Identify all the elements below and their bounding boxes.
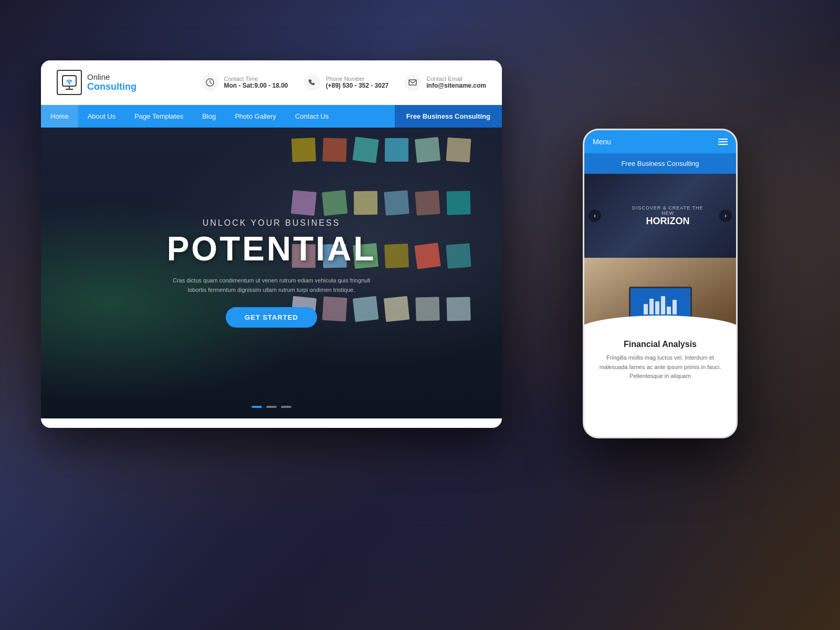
sticky-note	[352, 136, 379, 163]
chevron-right-icon: ›	[724, 212, 727, 219]
hamburger-icon[interactable]	[718, 139, 728, 145]
phone-text: Phone Number (+89) 530 - 352 - 3027	[326, 76, 389, 89]
mobile-menu-label: Menu	[593, 138, 611, 146]
contact-time-value: Mon - Sat:9.00 - 18.00	[224, 82, 288, 89]
sticky-note	[415, 297, 439, 321]
mobile-card: Financial Analysis Fringilla mollis mag …	[584, 258, 736, 390]
nav-contact[interactable]: Contact Us	[286, 105, 338, 128]
sticky-note	[447, 191, 471, 215]
mobile-slider: ‹ › DISCOVER & CREATE THE NEW HORIZON	[584, 174, 736, 258]
phone-item: Phone Number (+89) 530 - 352 - 3027	[304, 74, 389, 91]
sticky-note	[322, 190, 348, 216]
hero-dots	[251, 406, 291, 408]
phone-value: (+89) 530 - 352 - 3027	[326, 82, 389, 89]
contact-time-item: Contact Time Mon - Sat:9.00 - 18.00	[202, 74, 288, 91]
sticky-note	[291, 138, 316, 162]
slide-prev-arrow[interactable]: ‹	[589, 209, 601, 222]
phone-label: Phone Number	[326, 76, 389, 82]
chart-bar-1	[644, 304, 648, 314]
hero-subtitle: UNLOCK YOUR BUSINESS	[166, 218, 376, 228]
logo-consulting: Consulting	[87, 81, 136, 92]
slide-title: HORIZON	[630, 216, 706, 227]
nav-templates[interactable]: Page Templates	[125, 105, 193, 128]
hero-title: POTENTIAL	[166, 232, 376, 266]
mobile-mockup: Menu Free Business Consulting ‹ › DISCOV…	[583, 129, 738, 438]
sticky-note	[291, 190, 317, 216]
sticky-note	[414, 243, 440, 269]
chart-bar-6	[673, 300, 677, 314]
card-title: Financial Analysis	[593, 340, 728, 349]
card-description: Fringilla mollis mag luctus vel. Interdu…	[593, 353, 728, 381]
hero-cta-button[interactable]: GET STARTED	[226, 307, 317, 328]
sticky-note	[384, 244, 409, 268]
mobile-slide-content: DISCOVER & CREATE THE NEW HORIZON	[630, 205, 706, 227]
sticky-note	[446, 297, 470, 321]
hero-content: UNLOCK YOUR BUSINESS POTENTIAL Cras dict…	[166, 218, 376, 328]
sticky-note	[322, 138, 346, 162]
email-text: Contact Email info@sitename.com	[426, 76, 486, 89]
sticky-note	[446, 138, 471, 163]
ham-line-1	[718, 139, 728, 140]
hero-section: UNLOCK YOUR BUSINESS POTENTIAL Cras dict…	[41, 128, 502, 418]
hero-description: Cras dictus quam condimentum ut venen ru…	[166, 276, 376, 295]
chart-bar-5	[667, 307, 671, 314]
sticky-note	[384, 190, 409, 215]
email-value: info@sitename.com	[426, 82, 486, 89]
wave-divider	[584, 316, 736, 331]
slide-subtitle: DISCOVER & CREATE THE NEW	[630, 205, 706, 216]
card-body: Financial Analysis Fringilla mollis mag …	[584, 331, 736, 390]
sticky-note	[415, 190, 440, 215]
svg-point-3	[69, 83, 70, 85]
card-image	[584, 258, 736, 331]
site-header: Online Consulting Contact Time Mon - Sat…	[41, 60, 502, 105]
chevron-left-icon: ‹	[594, 212, 596, 219]
sticky-note	[354, 191, 377, 215]
ham-line-3	[718, 144, 728, 145]
nav-blog[interactable]: Blog	[193, 105, 225, 128]
nav-home[interactable]: Home	[41, 105, 78, 128]
contact-time-text: Contact Time Mon - Sat:9.00 - 18.00	[224, 76, 288, 89]
mobile-nav-bar: Menu	[584, 130, 736, 153]
phone-icon	[304, 74, 321, 91]
chart-bar-4	[661, 296, 665, 314]
ham-line-2	[718, 141, 728, 142]
email-item: Contact Email info@sitename.com	[404, 74, 486, 91]
sticky-note	[415, 137, 440, 163]
nav-items: Home About Us Page Templates Blog Photo …	[41, 105, 395, 128]
dot-1[interactable]	[251, 406, 262, 408]
nav-gallery[interactable]: Photo Gallery	[225, 105, 286, 128]
email-icon	[404, 74, 421, 91]
email-label: Contact Email	[426, 76, 486, 82]
dot-3[interactable]	[281, 406, 291, 408]
header-info: Contact Time Mon - Sat:9.00 - 18.00 Phon…	[202, 74, 486, 91]
svg-line-6	[210, 82, 212, 83]
nav-cta-button[interactable]: Free Business Consulting	[395, 105, 502, 128]
desktop-mockup: Online Consulting Contact Time Mon - Sat…	[41, 60, 502, 428]
chart-visualization	[644, 293, 677, 314]
clock-icon	[202, 74, 218, 91]
sticky-note	[385, 138, 408, 162]
logo-text: Online Consulting	[87, 72, 136, 92]
dot-2[interactable]	[266, 406, 277, 408]
slide-next-arrow[interactable]: ›	[719, 209, 732, 222]
logo-area: Online Consulting	[57, 70, 136, 95]
logo-icon	[57, 70, 82, 95]
sticky-note	[384, 296, 410, 322]
chart-bar-2	[649, 299, 654, 314]
nav-about[interactable]: About Us	[78, 105, 125, 128]
site-navigation: Home About Us Page Templates Blog Photo …	[41, 105, 502, 128]
svg-rect-7	[409, 80, 416, 85]
mobile-cta-bar[interactable]: Free Business Consulting	[584, 153, 736, 174]
sticky-note	[446, 243, 471, 268]
chart-bar-3	[655, 301, 659, 314]
contact-time-label: Contact Time	[224, 76, 288, 82]
logo-online: Online	[87, 72, 136, 81]
